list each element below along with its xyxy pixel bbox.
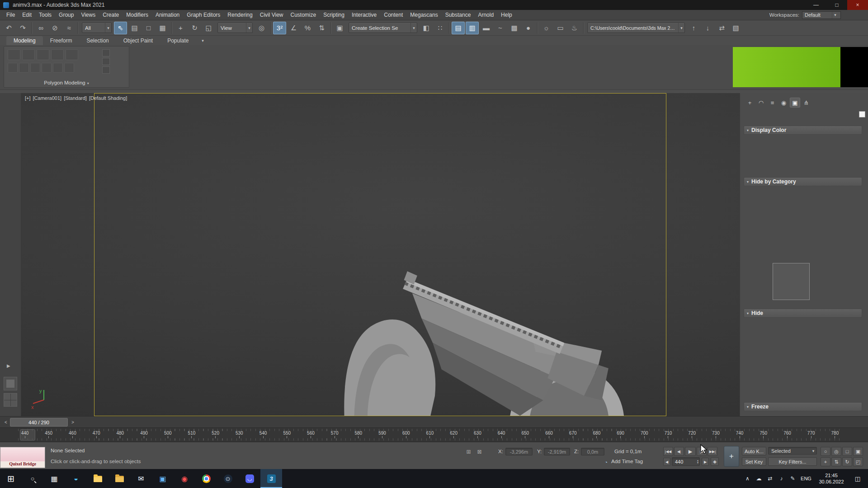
timeline-tick-680[interactable]: 680 [590,431,604,440]
timeline-tick-730[interactable]: 730 [709,431,722,440]
taskbar-search-icon[interactable]: ○ [22,469,43,488]
add-time-tag[interactable]: Add Time Tag [611,459,643,464]
redo-icon[interactable]: ↷ [16,22,29,34]
object-color-swatch[interactable] [859,111,865,117]
y-coord-field[interactable]: -2,919m [544,448,570,455]
ribbon-tab-populate[interactable]: Populate [160,36,196,45]
viewport-menu-camera[interactable]: [Camera001] [33,95,62,101]
selection-set-dropdown[interactable]: Selected ▾ [768,447,817,455]
menu-item-modifiers[interactable]: Modifiers [123,10,152,20]
z-coord-field[interactable]: 0,0m [581,448,604,455]
language-indicator[interactable]: ENG [798,476,814,481]
selection-region-icon[interactable]: □ [142,22,155,34]
taskbar-app-explorer[interactable] [87,469,108,488]
poly-sub-3[interactable] [30,63,40,73]
timeline-tick-590[interactable]: 590 [376,431,389,440]
ribbon-overflow-icon[interactable]: ▾ [196,36,210,45]
pin-btn-1[interactable] [102,49,110,56]
timeline-tick-750[interactable]: 750 [757,431,770,440]
menu-item-help[interactable]: Help [497,10,516,20]
tray-volume-icon[interactable]: ♪ [776,475,787,482]
next-frame-arrow[interactable]: > [70,418,76,426]
menu-item-views[interactable]: Views [77,10,99,20]
tray-network-icon[interactable]: ⇄ [764,475,776,482]
key-mode-icon[interactable]: ◈ [711,457,719,466]
timeline-tick-510[interactable]: 510 [185,431,198,440]
mirror-icon[interactable]: ◧ [420,22,433,34]
import-icon[interactable]: ↑ [687,22,700,34]
timeline-tick-640[interactable]: 640 [495,431,508,440]
library-icon[interactable]: ▧ [729,22,742,34]
timeline-tick-520[interactable]: 520 [209,431,222,440]
ribbon-toggle-icon[interactable]: ▬ [480,22,493,34]
reference-coordinate-dropdown[interactable]: View▾ [217,23,253,33]
pan-icon[interactable]: + [821,457,830,466]
lock-selection-icon[interactable]: ⊠ [476,448,483,455]
rollout-hide-by-category[interactable]: ▾ Hide by Category [744,177,862,186]
rollout-display-color[interactable]: ▾ Display Color [744,126,862,135]
poly-btn-5[interactable] [66,49,78,60]
menu-item-tools[interactable]: Tools [35,10,55,20]
maximize-button[interactable]: □ [826,0,847,10]
menu-item-megascans[interactable]: Megascans [406,10,441,20]
percent-snap-icon[interactable]: % [301,22,314,34]
poly-sub-2[interactable] [19,63,29,73]
task-view-icon[interactable]: ▦ [43,469,65,488]
timeline-tick-460[interactable]: 460 [66,431,79,440]
poly-sub-6[interactable] [64,63,74,73]
maximize-viewport-icon[interactable]: ◰ [853,457,863,466]
timeline-tick-600[interactable]: 600 [399,431,413,440]
viewport-menu-shading[interactable]: [Default Shading] [89,95,127,101]
curve-editor-icon[interactable]: ~ [494,22,507,34]
ribbon-tab-object-paint[interactable]: Object Paint [116,36,160,45]
absolute-mode-icon[interactable]: ⊞ [465,448,472,455]
taskbar-app-media[interactable]: ◉ [174,469,195,488]
timeline-tick-650[interactable]: 650 [519,431,532,440]
menu-item-interactive[interactable]: Interactive [348,10,380,20]
taskbar-app-folder[interactable] [108,469,130,488]
poly-sub-4[interactable] [42,63,52,73]
go-to-end-button[interactable]: ▶▶| [708,447,717,456]
menu-item-group[interactable]: Group [55,10,77,20]
frame-spinner[interactable]: ▴▾ [697,460,699,464]
set-key-button[interactable]: Set Key [742,457,766,466]
timeline-tick-540[interactable]: 540 [256,431,270,440]
unlink-selection-icon[interactable]: ⊘ [48,22,61,34]
previous-frame-button[interactable]: ◀ [663,458,670,466]
timeline-tick-490[interactable]: 490 [137,431,151,440]
polygon-modeling-label[interactable]: Polygon Modeling▾ [4,80,129,85]
menu-item-animation[interactable]: Animation [152,10,183,20]
poly-btn-4[interactable] [51,49,64,60]
select-and-scale-icon[interactable]: ◱ [202,22,215,34]
viewport[interactable]: [+] [Camera001] [Standard] [Default Shad… [21,93,740,416]
poly-btn-2[interactable] [22,49,35,60]
poly-btn-1[interactable] [8,49,20,60]
menu-item-substance[interactable]: Substance [442,10,475,20]
timeline-tick-500[interactable]: 500 [161,431,175,440]
timeline-tick-560[interactable]: 560 [304,431,317,440]
key-filters-button[interactable]: Key Filters... [768,457,817,466]
timeline-tick-440[interactable]: 440 [18,431,32,440]
current-frame-field[interactable]: 440 ▴▾ [672,457,700,466]
ribbon-tab-freeform[interactable]: Freeform [43,36,80,45]
timeline-tick-480[interactable]: 480 [113,431,127,440]
tray-chevron-icon[interactable]: ∧ [742,475,753,482]
orbit-icon[interactable]: ↻ [842,457,852,466]
timeline-tick-580[interactable]: 580 [352,431,365,440]
menu-item-scripting[interactable]: Scripting [320,10,348,20]
timeline-tick-690[interactable]: 690 [614,431,627,440]
display-tab[interactable]: ▣ [790,98,800,108]
snaps-toggle-icon[interactable]: 3² [273,22,286,34]
select-object-icon[interactable]: ⇖ [114,22,127,34]
timeline-tick-450[interactable]: 450 [42,431,56,440]
timeline-tick-470[interactable]: 470 [90,431,103,440]
utilities-tab[interactable]: ⋔ [801,98,811,108]
zoom-icon[interactable]: ○ [821,447,830,456]
action-center-icon[interactable]: ◫ [849,475,866,482]
motion-tab[interactable]: ◉ [778,98,789,108]
taskbar-app-steam[interactable]: ⊙ [217,469,239,488]
timeline-tick-630[interactable]: 630 [471,431,484,440]
named-selection-dropdown[interactable]: Create Selection Se▾ [349,23,417,33]
taskbar-app-mail[interactable]: ✉ [130,469,152,488]
timeline-tick-570[interactable]: 570 [328,431,341,440]
